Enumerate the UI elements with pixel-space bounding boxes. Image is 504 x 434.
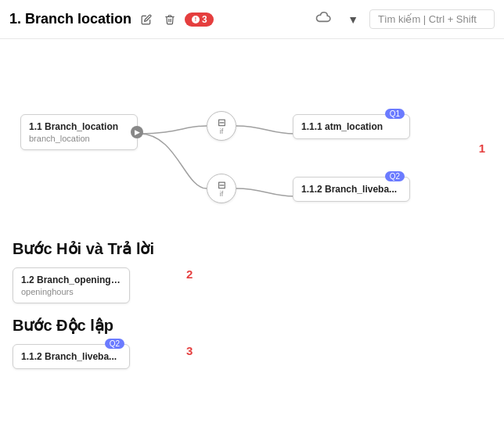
edit-button[interactable] — [138, 13, 155, 27]
standalone-section-number: 3 — [186, 344, 193, 357]
cond-top-label: if — [220, 127, 224, 135]
node-111-badge: Q1 — [385, 109, 405, 119]
node-112-badge: Q2 — [385, 171, 405, 181]
cond-bottom-label: if — [220, 190, 224, 198]
node-12[interactable]: 1.2 Branch_openingh... openinghours — [13, 267, 130, 303]
header: 1. Branch location ! 3 ▼ Tìm kiếm | Ctrl… — [0, 0, 504, 39]
node-12-sub: openinghours — [21, 287, 121, 296]
standalone-section: Bước Độc lập Q2 1.1.2 Branch_liveba... 3 — [13, 316, 491, 369]
error-badge: ! 3 — [185, 13, 214, 27]
standalone-heading: Bước Độc lập — [13, 316, 491, 335]
node-112-title: 1.1.2 Branch_liveba... — [301, 184, 401, 195]
cond-bottom-icon: ⊟ — [218, 180, 226, 190]
node-111[interactable]: Q1 1.1.1 atm_location — [293, 114, 410, 139]
qa-section-number: 2 — [186, 267, 193, 281]
main-content: 1.1 Branch_location branch_location ▶ ⊟ … — [0, 39, 504, 434]
dropdown-button[interactable]: ▼ — [343, 12, 363, 27]
cloud-button[interactable] — [310, 9, 337, 29]
node-112b-title: 1.1.2 Branch_liveba... — [21, 351, 121, 362]
node-11-sub: branch_location — [29, 134, 129, 143]
cond-top[interactable]: ⊟ if — [207, 111, 236, 141]
flow-section-number: 1 — [479, 142, 485, 155]
node-112[interactable]: Q2 1.1.2 Branch_liveba... — [293, 177, 410, 202]
delete-button[interactable] — [161, 13, 178, 27]
cond-top-icon: ⊟ — [218, 117, 226, 127]
node-111-title: 1.1.1 atm_location — [301, 121, 401, 132]
node-11[interactable]: 1.1 Branch_location branch_location ▶ — [20, 114, 138, 150]
svg-text:!: ! — [195, 16, 196, 22]
flow-section: 1.1 Branch_location branch_location ▶ ⊟ … — [13, 52, 491, 231]
qa-section: Bước Hỏi và Trả lời 1.2 Branch_openingh.… — [13, 239, 491, 303]
page-title: 1. Branch location — [9, 11, 131, 27]
cond-bottom[interactable]: ⊟ if — [207, 174, 236, 203]
node-112b-badge: Q2 — [105, 339, 124, 349]
node-12-title: 1.2 Branch_openingh... — [21, 274, 121, 285]
node-11-title: 1.1 Branch_location — [29, 121, 129, 132]
qa-heading: Bước Hỏi và Trả lời — [13, 239, 491, 258]
search-box[interactable]: Tìm kiếm | Ctrl + Shift — [369, 9, 495, 29]
node-112b[interactable]: Q2 1.1.2 Branch_liveba... — [13, 344, 130, 369]
